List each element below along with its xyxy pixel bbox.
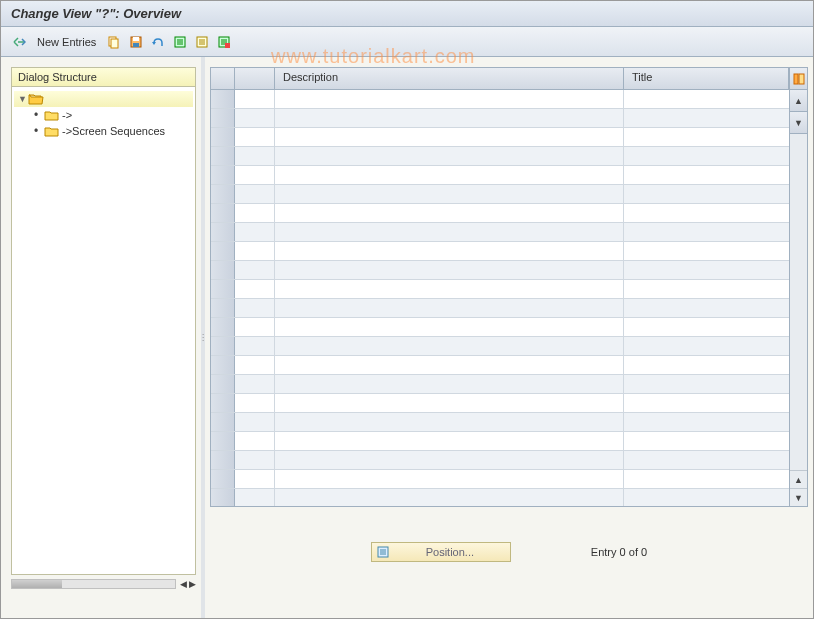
row-selector[interactable] [211, 356, 235, 374]
table-row[interactable] [211, 128, 789, 147]
table-row[interactable] [211, 413, 789, 432]
row-selector[interactable] [211, 185, 235, 203]
hscroll-track[interactable] [11, 579, 176, 589]
scroll-right-icon[interactable]: ▶ [189, 579, 196, 589]
deselect-all-icon[interactable] [192, 32, 212, 52]
svg-rect-1 [111, 39, 118, 48]
table-row[interactable] [211, 375, 789, 394]
table-row[interactable] [211, 261, 789, 280]
table-row[interactable] [211, 109, 789, 128]
new-entries-button[interactable]: New Entries [31, 34, 102, 50]
tree-item[interactable]: • -> [14, 107, 193, 123]
row-selector[interactable] [211, 128, 235, 146]
scroll-left-icon[interactable]: ◀ [180, 579, 187, 589]
tree-item-label: ->Screen Sequences [62, 125, 165, 137]
entry-status: Entry 0 of 0 [591, 546, 647, 558]
row-selector[interactable] [211, 280, 235, 298]
save-icon[interactable] [126, 32, 146, 52]
svg-rect-8 [225, 43, 230, 48]
row-selector[interactable] [211, 204, 235, 222]
row-selector[interactable] [211, 299, 235, 317]
row-selector[interactable] [211, 223, 235, 241]
table-row[interactable] [211, 451, 789, 470]
grid-body [211, 90, 789, 506]
row-selector[interactable] [211, 242, 235, 260]
row-selector[interactable] [211, 470, 235, 488]
tree-body: ▼ • -> • ->Screen Sequences [11, 87, 196, 575]
table-row[interactable] [211, 185, 789, 204]
tree-item[interactable]: • ->Screen Sequences [14, 123, 193, 139]
row-selector[interactable] [211, 147, 235, 165]
tree-item-label: -> [62, 109, 72, 121]
row-selector[interactable] [211, 90, 235, 108]
grid-vertical-scroll: ▲ ▼ ▲ ▼ [789, 68, 807, 506]
scroll-up-icon[interactable]: ▲ [790, 90, 807, 112]
column-header-description[interactable]: Description [275, 68, 624, 89]
svg-rect-10 [799, 74, 804, 84]
tree-bullet-icon: • [34, 108, 44, 122]
copy-icon[interactable] [104, 32, 124, 52]
folder-icon [44, 108, 60, 122]
tree-panel: Dialog Structure ▼ • -> • ->Screen Seque… [1, 57, 201, 618]
table-row[interactable] [211, 223, 789, 242]
row-selector[interactable] [211, 318, 235, 336]
row-selector[interactable] [211, 432, 235, 450]
main-content: Dialog Structure ▼ • -> • ->Screen Seque… [1, 57, 813, 618]
scroll-down-icon[interactable]: ▼ [790, 112, 807, 134]
table-row[interactable] [211, 432, 789, 451]
grid-header-spacer [235, 68, 275, 89]
delete-icon[interactable] [214, 32, 234, 52]
position-icon [376, 545, 390, 559]
tree-header: Dialog Structure [11, 67, 196, 87]
scroll-down-icon[interactable]: ▼ [790, 488, 807, 506]
svg-rect-9 [794, 74, 798, 84]
hscroll-thumb[interactable] [12, 580, 62, 588]
toggle-icon[interactable] [9, 32, 29, 52]
table-row[interactable] [211, 147, 789, 166]
row-selector[interactable] [211, 109, 235, 127]
tree-item-root[interactable]: ▼ [14, 91, 193, 107]
table-row[interactable] [211, 470, 789, 489]
table-row[interactable] [211, 242, 789, 261]
svg-rect-3 [133, 37, 139, 41]
undo-icon[interactable] [148, 32, 168, 52]
svg-rect-4 [133, 43, 139, 47]
folder-open-icon [28, 92, 44, 106]
row-selector[interactable] [211, 413, 235, 431]
table-row[interactable] [211, 318, 789, 337]
table-row[interactable] [211, 337, 789, 356]
table-row[interactable] [211, 356, 789, 375]
right-panel: Description Title ▲ ▼ ▲ ▼ [205, 57, 813, 618]
column-header-title[interactable]: Title [624, 68, 789, 89]
folder-icon [44, 124, 60, 138]
row-selector[interactable] [211, 337, 235, 355]
data-grid: Description Title ▲ ▼ ▲ ▼ [210, 67, 808, 507]
grid-header-row: Description Title [211, 68, 789, 90]
table-row[interactable] [211, 90, 789, 109]
row-selector[interactable] [211, 261, 235, 279]
select-all-icon[interactable] [170, 32, 190, 52]
vscroll-track[interactable] [790, 134, 807, 470]
table-row[interactable] [211, 204, 789, 223]
row-selector[interactable] [211, 489, 235, 506]
row-selector[interactable] [211, 451, 235, 469]
table-row[interactable] [211, 489, 789, 506]
position-label: Position... [394, 546, 506, 558]
position-button[interactable]: Position... [371, 542, 511, 562]
tree-horizontal-scroll: ◀ ▶ [11, 577, 196, 591]
table-row[interactable] [211, 166, 789, 185]
toolbar: New Entries [1, 27, 813, 57]
grid-select-all-corner[interactable] [211, 68, 235, 89]
grid-config-icon[interactable] [790, 68, 807, 90]
table-row[interactable] [211, 299, 789, 318]
table-row[interactable] [211, 280, 789, 299]
row-selector[interactable] [211, 375, 235, 393]
tree-expand-icon[interactable]: ▼ [18, 94, 28, 104]
scroll-up-icon[interactable]: ▲ [790, 470, 807, 488]
tree-bullet-icon: • [34, 124, 44, 138]
table-row[interactable] [211, 394, 789, 413]
page-title: Change View "?": Overview [11, 6, 181, 21]
row-selector[interactable] [211, 394, 235, 412]
footer-bar: Position... Entry 0 of 0 [210, 542, 808, 562]
row-selector[interactable] [211, 166, 235, 184]
